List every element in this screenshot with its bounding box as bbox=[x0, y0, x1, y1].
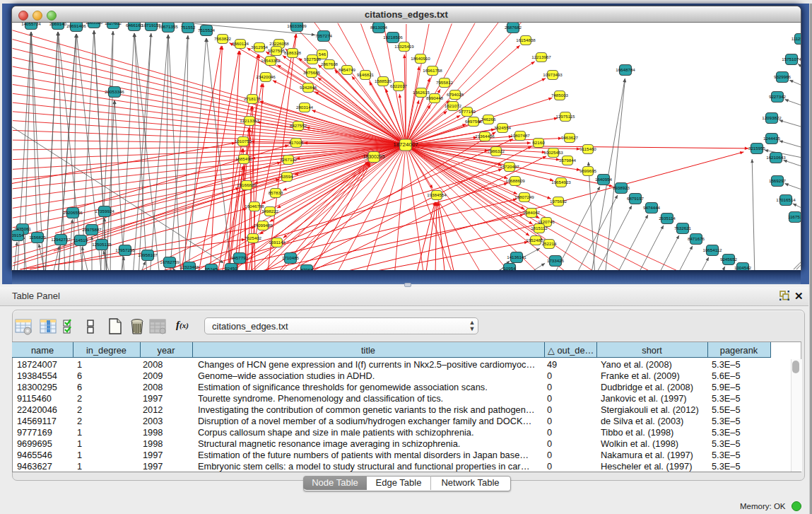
svg-text:17016514: 17016514 bbox=[776, 197, 796, 202]
svg-text:12093822: 12093822 bbox=[762, 115, 782, 120]
svg-text:10688609: 10688609 bbox=[505, 178, 525, 183]
svg-text:8471676: 8471676 bbox=[688, 236, 705, 241]
svg-text:9084067: 9084067 bbox=[523, 210, 541, 215]
svg-text:7955812: 7955812 bbox=[436, 80, 454, 85]
svg-text:7663822: 7663822 bbox=[214, 36, 232, 41]
svg-text:9463627: 9463627 bbox=[561, 135, 579, 140]
svg-text:14136141: 14136141 bbox=[507, 255, 526, 259]
svg-text:17957255: 17957255 bbox=[115, 247, 135, 252]
svg-text:10671355: 10671355 bbox=[158, 24, 178, 29]
svg-text:7986322: 7986322 bbox=[488, 148, 505, 153]
svg-text:9474444: 9474444 bbox=[643, 205, 661, 210]
svg-text:2718176: 2718176 bbox=[244, 96, 261, 101]
svg-text:1710485: 1710485 bbox=[282, 255, 300, 260]
svg-text:116753: 116753 bbox=[788, 214, 801, 219]
svg-text:18640910: 18640910 bbox=[411, 56, 430, 61]
svg-text:8215955: 8215955 bbox=[748, 146, 766, 151]
svg-text:7357274: 7357274 bbox=[315, 33, 333, 38]
svg-text:2867608: 2867608 bbox=[321, 62, 339, 66]
svg-text:16648784: 16648784 bbox=[616, 67, 635, 72]
svg-text:114519: 114519 bbox=[73, 238, 88, 243]
svg-text:20053346: 20053346 bbox=[105, 89, 124, 94]
svg-text:1815112: 1815112 bbox=[531, 226, 548, 230]
svg-text:12975115: 12975115 bbox=[555, 114, 575, 119]
svg-text:546: 546 bbox=[319, 52, 326, 57]
svg-text:16210643: 16210643 bbox=[766, 155, 786, 160]
svg-text:12213967: 12213967 bbox=[531, 54, 551, 59]
svg-text:6794028: 6794028 bbox=[447, 92, 464, 97]
svg-text:8938923: 8938923 bbox=[613, 185, 630, 190]
svg-text:7515524: 7515524 bbox=[198, 28, 216, 33]
svg-text:16961758: 16961758 bbox=[423, 68, 442, 73]
svg-text:23226058: 23226058 bbox=[269, 41, 289, 46]
svg-text:10973493: 10973493 bbox=[543, 72, 563, 77]
svg-text:7485003: 7485003 bbox=[551, 93, 569, 98]
svg-text:1244415: 1244415 bbox=[763, 136, 781, 141]
svg-text:9146821: 9146821 bbox=[357, 72, 375, 77]
svg-text:1621072: 1621072 bbox=[445, 103, 462, 108]
svg-text:1975692: 1975692 bbox=[550, 199, 567, 204]
svg-text:3267110: 3267110 bbox=[280, 157, 297, 162]
svg-text:9327505: 9327505 bbox=[268, 48, 286, 53]
svg-text:8427552: 8427552 bbox=[290, 123, 307, 128]
svg-text:19218506: 19218506 bbox=[383, 35, 403, 40]
svg-text:19384554: 19384554 bbox=[427, 192, 447, 197]
svg-text:7625402: 7625402 bbox=[245, 235, 262, 240]
svg-text:10654112: 10654112 bbox=[702, 247, 722, 252]
svg-text:11125419: 11125419 bbox=[792, 36, 801, 41]
svg-text:1685490: 1685490 bbox=[235, 156, 253, 161]
svg-text:9329966: 9329966 bbox=[774, 74, 792, 79]
svg-text:3624554: 3624554 bbox=[494, 125, 512, 130]
svg-text:1569297: 1569297 bbox=[769, 178, 787, 183]
svg-text:7632621: 7632621 bbox=[674, 226, 692, 230]
svg-text:21364436: 21364436 bbox=[475, 134, 495, 139]
svg-text:6322037: 6322037 bbox=[390, 83, 408, 88]
svg-text:1562615: 1562615 bbox=[413, 90, 430, 95]
svg-text:1156829: 1156829 bbox=[29, 235, 46, 240]
svg-text:17359924: 17359924 bbox=[95, 209, 114, 214]
svg-text:39154: 39154 bbox=[12, 233, 24, 238]
svg-text:14099489: 14099489 bbox=[253, 223, 273, 228]
svg-text:252214: 252214 bbox=[542, 241, 557, 246]
svg-text:8454749: 8454749 bbox=[339, 67, 356, 72]
svg-text:3579844: 3579844 bbox=[559, 158, 577, 163]
svg-text:15720407: 15720407 bbox=[500, 164, 519, 169]
svg-text:1691144: 1691144 bbox=[269, 240, 286, 245]
svg-text:2803144: 2803144 bbox=[296, 105, 314, 110]
svg-text:1588520: 1588520 bbox=[375, 78, 392, 83]
svg-text:10958107: 10958107 bbox=[138, 252, 158, 257]
svg-text:2687682: 2687682 bbox=[505, 25, 522, 30]
svg-text:9115460: 9115460 bbox=[579, 146, 596, 151]
svg-text:1733426: 1733426 bbox=[547, 258, 565, 263]
svg-text:16543362: 16543362 bbox=[261, 58, 281, 63]
svg-text:9245652: 9245652 bbox=[720, 257, 738, 262]
svg-text:746266: 746266 bbox=[481, 117, 496, 122]
svg-text:10025453: 10025453 bbox=[543, 150, 563, 155]
svg-text:12213363: 12213363 bbox=[240, 118, 259, 123]
svg-text:9227342: 9227342 bbox=[769, 94, 787, 99]
svg-text:19654923: 19654923 bbox=[551, 180, 571, 185]
svg-text:12505135: 12505135 bbox=[92, 242, 112, 247]
svg-text:751552: 751552 bbox=[181, 25, 196, 30]
svg-text:6466160: 6466160 bbox=[126, 23, 143, 28]
svg-text:8186328: 8186328 bbox=[284, 50, 302, 55]
svg-text:10807487: 10807487 bbox=[510, 133, 530, 138]
svg-text:2935114: 2935114 bbox=[659, 216, 676, 221]
svg-text:62160: 62160 bbox=[532, 140, 545, 145]
svg-text:9699695: 9699695 bbox=[579, 168, 597, 173]
svg-text:15751074: 15751074 bbox=[782, 57, 801, 62]
svg-text:20975887: 20975887 bbox=[82, 227, 102, 232]
svg-text:18807249: 18807249 bbox=[514, 194, 534, 199]
svg-text:3498222: 3498222 bbox=[261, 209, 279, 214]
svg-text:817006: 817006 bbox=[289, 140, 304, 145]
svg-text:16033809: 16033809 bbox=[287, 23, 307, 28]
svg-text:1640954: 1640954 bbox=[595, 177, 613, 182]
svg-text:9242848: 9242848 bbox=[300, 85, 317, 90]
svg-text:23420046: 23420046 bbox=[256, 74, 276, 79]
svg-text:20206556: 20206556 bbox=[63, 210, 83, 215]
svg-text:6497568: 6497568 bbox=[465, 119, 483, 124]
svg-text:13325419: 13325419 bbox=[394, 44, 414, 49]
svg-text:16046788: 16046788 bbox=[245, 204, 264, 209]
svg-text:18300295: 18300295 bbox=[363, 154, 384, 159]
svg-text:3660124: 3660124 bbox=[232, 41, 249, 46]
